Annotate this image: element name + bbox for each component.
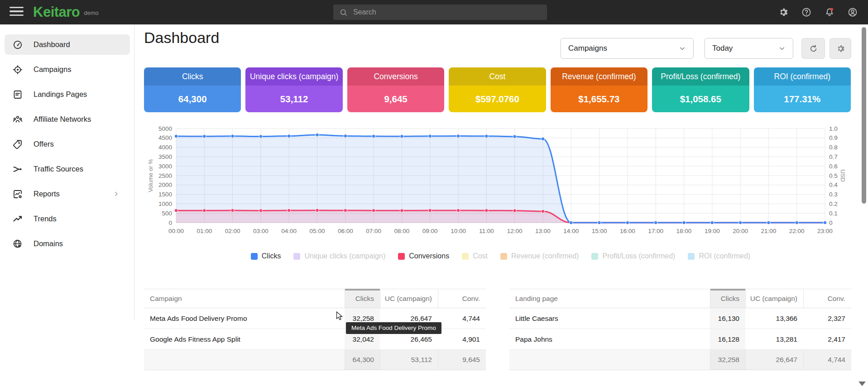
settings-gear-icon[interactable]	[778, 7, 789, 18]
sidebar-item-label: Dashboard	[34, 40, 70, 49]
table-totals-row: 32,25826,6474,744	[509, 350, 851, 370]
stat-card-cost[interactable]: Cost$597.0760	[449, 67, 546, 112]
legend-label: Revenue (confirmed)	[511, 252, 579, 260]
name-cell: Papa Johns	[509, 329, 710, 349]
x-axis-tick: 07:00	[366, 228, 381, 234]
legend-item-clicks[interactable]: Clicks	[251, 252, 281, 260]
legend-item-unique-clicks-campaign-[interactable]: Unique clicks (campaign)	[293, 252, 385, 260]
value-cell: 13,281	[745, 329, 803, 349]
legend-swatch	[462, 253, 469, 260]
campaigns-icon	[12, 64, 23, 75]
sidebar-item-offers[interactable]: $Offers	[5, 134, 130, 154]
grouping-select[interactable]: Campaigns	[561, 38, 694, 59]
sidebar-item-domains[interactable]: Domains	[5, 234, 130, 254]
conversions-point	[174, 209, 178, 212]
period-select-value: Today	[712, 44, 733, 53]
y-axis-tick-right: 0.6	[829, 163, 838, 170]
value-cell: Conv.	[803, 289, 851, 308]
stat-card-value: $1,655.73	[551, 86, 647, 112]
value-cell: 9,645	[438, 350, 486, 370]
stat-card-conversions[interactable]: Conversions9,645	[347, 67, 444, 112]
clicks-area	[176, 135, 825, 223]
search-input[interactable]	[353, 8, 534, 16]
clicks-point	[513, 135, 517, 138]
stat-card-profit-loss-confirmed-[interactable]: Profit/Loss (confirmed)$1,058.65	[652, 67, 749, 112]
notification-dot	[830, 8, 833, 11]
stat-card-value: 9,645	[347, 86, 444, 112]
legend-item-conversions[interactable]: Conversions	[398, 252, 449, 260]
clicks-point	[541, 137, 545, 141]
clicks-point	[569, 221, 573, 224]
legend-swatch	[591, 253, 598, 260]
clicks-point	[203, 134, 206, 138]
stat-card-label: Revenue (confirmed)	[551, 67, 647, 86]
global-search[interactable]	[333, 5, 547, 20]
sidebar-item-reports[interactable]: Reports	[5, 184, 130, 204]
scrollbar-down-arrow[interactable]	[858, 381, 866, 386]
x-axis-tick: 10:00	[451, 228, 466, 234]
sidebar-item-label: Trends	[34, 215, 57, 223]
stat-card-unique-clicks-campaign-[interactable]: Unique clicks (campaign)53,112	[245, 67, 342, 112]
stat-card-clicks[interactable]: Clicks64,300	[144, 67, 241, 112]
right-axis-title: USD	[839, 169, 846, 181]
legend-label: Clicks	[262, 252, 281, 260]
sidebar-item-campaigns[interactable]: Campaigns	[5, 59, 130, 80]
stat-card-revenue-confirmed-[interactable]: Revenue (confirmed)$1,655.73	[551, 67, 647, 112]
y-axis-tick-right: 0.8	[829, 144, 838, 151]
sidebar-item-dashboard[interactable]: Dashboard	[5, 34, 130, 55]
stat-card-roi-confirmed-[interactable]: ROI (confirmed)177.31%	[754, 67, 851, 112]
clicks-point	[316, 133, 319, 137]
chart-legend: ClicksUnique clicks (campaign)Conversion…	[176, 250, 825, 262]
legend-item-cost[interactable]: Cost	[462, 252, 488, 260]
value-cell: 2,327	[803, 308, 851, 329]
clicks-point	[767, 221, 771, 224]
help-icon[interactable]	[801, 7, 812, 18]
sidebar: DashboardCampaignsLandings PagesAffiliat…	[0, 24, 134, 391]
value-cell: 26,647	[745, 350, 803, 370]
name-cell: Little Caesars	[509, 308, 710, 329]
refresh-button[interactable]	[801, 38, 825, 59]
legend-label: Cost	[473, 252, 488, 260]
page-title: Dashboard	[144, 29, 219, 47]
reports-icon	[12, 189, 23, 200]
conversions-area	[176, 210, 825, 223]
clicks-point	[682, 221, 686, 224]
legend-label: Unique clicks (campaign)	[304, 252, 385, 260]
period-select[interactable]: Today	[705, 38, 793, 59]
app-logo[interactable]: Keitaro	[33, 4, 80, 20]
value-cell: 53,112	[380, 350, 438, 370]
stat-card-value: 64,300	[144, 86, 241, 112]
legend-label: ROI (confirmed)	[699, 252, 750, 260]
table-totals-row: 64,30053,1129,645	[144, 350, 486, 370]
x-axis-tick: 21:00	[761, 228, 776, 234]
x-axis-tick: 02:00	[225, 228, 240, 234]
refresh-icon	[809, 44, 818, 53]
clicks-point	[626, 221, 629, 224]
sidebar-item-affiliate-networks[interactable]: Affiliate Networks	[5, 109, 130, 129]
hamburger-menu-icon[interactable]	[10, 7, 24, 18]
legend-item-profit-loss-confirmed-[interactable]: Profit/Loss (confirmed)	[591, 252, 675, 260]
grouping-select-value: Campaigns	[568, 44, 607, 53]
legend-item-roi-confirmed-[interactable]: ROI (confirmed)	[688, 252, 750, 260]
legend-item-revenue-confirmed-[interactable]: Revenue (confirmed)	[500, 252, 579, 260]
sidebar-item-landings-pages[interactable]: Landings Pages	[5, 84, 130, 105]
sidebar-item-trends[interactable]: Trends	[5, 209, 130, 229]
dashboard-settings-button[interactable]	[830, 38, 851, 59]
notifications-bell-icon[interactable]	[824, 7, 835, 18]
landing-page-row[interactable]: Papa Johns16,12813,2812,417	[509, 329, 851, 350]
x-axis-tick: 15:00	[592, 228, 607, 234]
value-cell: 16,130	[710, 308, 745, 329]
name-cell: Meta Ads Food Delivery Promo	[144, 308, 345, 329]
y-axis-tick-right: 0.1	[829, 210, 838, 217]
landing-page-row[interactable]: Little Caesars16,13013,3662,327	[509, 308, 851, 329]
y-axis-tick-left: 500	[162, 210, 172, 217]
traffic-icon	[12, 164, 23, 175]
vertical-scrollbar-thumb[interactable]	[862, 27, 866, 204]
account-icon[interactable]	[847, 7, 858, 18]
sidebar-item-label: Reports	[34, 190, 60, 198]
name-cell: Landing page	[509, 289, 710, 308]
clicks-point	[287, 134, 291, 138]
name-cell: Campaign	[144, 289, 345, 308]
legend-swatch	[688, 253, 695, 260]
sidebar-item-traffic-sources[interactable]: Traffic Sources	[5, 159, 130, 179]
